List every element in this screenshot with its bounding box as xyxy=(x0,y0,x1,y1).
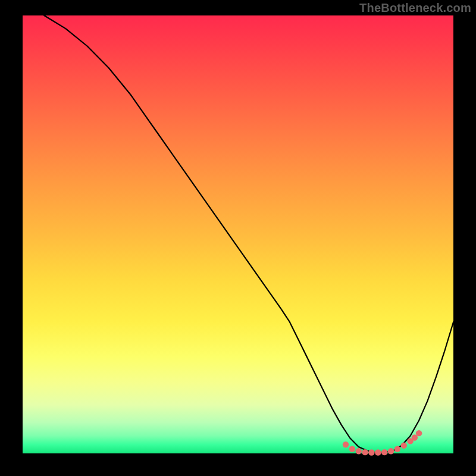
plot-area xyxy=(23,15,453,453)
highlight-dot xyxy=(394,446,400,452)
highlight-dot xyxy=(401,443,407,449)
highlight-dot xyxy=(381,449,387,455)
curve-path-group xyxy=(44,15,453,453)
highlight-dot xyxy=(356,448,362,454)
highlight-dot xyxy=(362,449,368,455)
highlight-dot xyxy=(416,430,422,436)
watermark-label: TheBottleneck.com xyxy=(359,1,471,15)
highlight-dot xyxy=(375,449,381,455)
chart-stage: TheBottleneck.com xyxy=(0,0,476,476)
highlight-dot xyxy=(388,448,394,454)
curve-layer xyxy=(23,15,453,453)
bottleneck-curve xyxy=(44,15,453,453)
highlight-dot xyxy=(343,441,349,447)
highlight-dot xyxy=(349,446,355,452)
highlight-dot xyxy=(368,449,374,455)
